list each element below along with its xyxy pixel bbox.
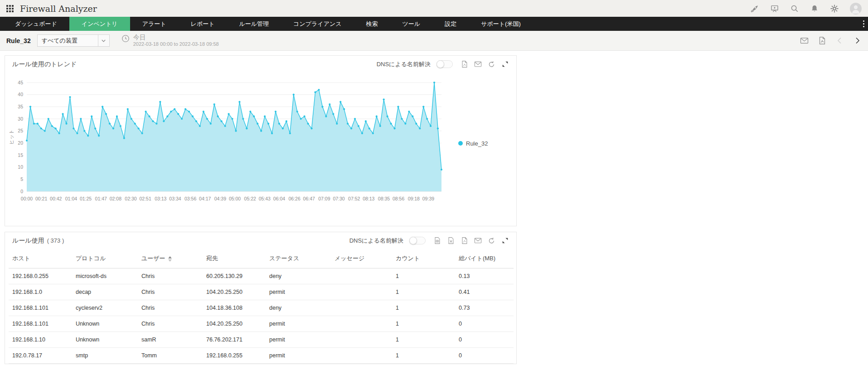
svg-text:45: 45 <box>18 80 23 85</box>
svg-text:04:39: 04:39 <box>214 196 226 201</box>
legend-item-rule32[interactable]: Rule_32 <box>458 140 488 147</box>
table-cell: 192.168.0.255 <box>203 348 266 364</box>
clock-icon <box>121 34 130 43</box>
rule-usage-table: ホストプロトコルユーザー宛先ステータスメッセージカウント総バイト(MB) 192… <box>9 249 514 364</box>
svg-text:08:35: 08:35 <box>378 196 390 201</box>
column-header-総バイト(MB)[interactable]: 総バイト(MB) <box>455 249 514 268</box>
svg-text:02:51: 02:51 <box>140 196 151 201</box>
table-cell <box>331 332 392 348</box>
search-icon[interactable] <box>790 4 799 13</box>
mail-icon[interactable] <box>800 36 809 45</box>
user-avatar[interactable] <box>850 3 862 15</box>
column-header-カウント[interactable]: カウント <box>392 249 455 268</box>
expand-icon[interactable] <box>501 237 509 244</box>
svg-text:03:13: 03:13 <box>155 196 166 201</box>
svg-text:02:08: 02:08 <box>110 196 121 201</box>
table-cell: Unknown <box>72 316 138 332</box>
nav-tab-設定[interactable]: 設定 <box>432 17 469 31</box>
column-header-ホスト[interactable]: ホスト <box>9 249 72 268</box>
kebab-menu-icon[interactable] <box>859 17 868 31</box>
column-header-ステータス[interactable]: ステータス <box>266 249 331 268</box>
table-panel-title: ルール使用 <box>12 237 44 245</box>
pdf-icon[interactable] <box>818 36 826 45</box>
table-cell: 1 <box>392 300 455 316</box>
table-cell <box>331 316 392 332</box>
table-row[interactable]: 192.168.1.101UnknownChris104.20.25.250pe… <box>9 316 514 332</box>
table-row[interactable]: 192.168.0.255microsoft-dsChris60.205.130… <box>9 268 514 284</box>
column-header-プロトコル[interactable]: プロトコル <box>72 249 138 268</box>
dns-resolve-toggle[interactable] <box>436 60 453 68</box>
svg-text:08:13: 08:13 <box>363 196 374 201</box>
table-cell: Chris <box>138 316 203 332</box>
presentation-icon[interactable] <box>770 4 779 13</box>
table-cell <box>331 348 392 364</box>
period-label: 今日 <box>133 34 219 42</box>
excel-icon[interactable] <box>447 237 455 244</box>
nav-tab-ルール管理[interactable]: ルール管理 <box>227 17 281 31</box>
table-cell: 0.41 <box>455 284 514 300</box>
table-cell: Unknown <box>72 332 138 348</box>
svg-text:04:17: 04:17 <box>199 196 211 201</box>
table-cell: cycleserv2 <box>72 300 138 316</box>
table-cell: 104.20.25.250 <box>203 284 266 300</box>
nav-tab-レポート[interactable]: レポート <box>179 17 227 31</box>
table-row[interactable]: 192.0.78.17smtpTomm192.168.0.255permit10 <box>9 348 514 364</box>
app-grid-icon[interactable] <box>6 5 14 12</box>
legend-label: Rule_32 <box>466 140 488 147</box>
svg-text:5: 5 <box>20 176 23 182</box>
nav-tab-インベントリ[interactable]: インベントリ <box>69 17 130 31</box>
mail-icon[interactable] <box>474 237 482 244</box>
column-header-メッセージ[interactable]: メッセージ <box>331 249 392 268</box>
table-cell: 104.20.25.250 <box>203 316 266 332</box>
table-cell: 1 <box>392 316 455 332</box>
svg-text:06:47: 06:47 <box>303 196 315 201</box>
nav-tab-サポート(米国)[interactable]: サポート(米国) <box>469 17 533 31</box>
period-picker[interactable]: 今日 2022-03-18 00:00 to 2022-03-18 09:58 <box>121 34 219 48</box>
gear-icon[interactable] <box>830 4 839 13</box>
table-row[interactable]: 192.168.1.10UnknownsamR76.76.202.171perm… <box>9 332 514 348</box>
mail-icon[interactable] <box>474 60 482 68</box>
sort-arrows-icon <box>168 256 172 262</box>
rocket-icon[interactable] <box>750 4 759 13</box>
chevron-right-icon[interactable] <box>853 36 862 45</box>
nav-tab-アラート[interactable]: アラート <box>130 17 179 31</box>
dns-resolve-toggle[interactable] <box>409 237 426 244</box>
csv-icon[interactable] <box>433 237 441 244</box>
table-row[interactable]: 192.168.1.101cycleserv2Chris104.18.36.10… <box>9 300 514 316</box>
period-range: 2022-03-18 00:00 to 2022-03-18 09:58 <box>133 41 219 48</box>
refresh-icon[interactable] <box>488 60 495 68</box>
svg-text:01:04: 01:04 <box>65 196 77 201</box>
svg-text:07:52: 07:52 <box>348 196 360 201</box>
table-cell: 1 <box>392 348 455 364</box>
nav-tab-ツール[interactable]: ツール <box>390 17 433 31</box>
rule-title: Rule_32 <box>6 37 31 44</box>
svg-text:10: 10 <box>18 164 23 170</box>
nav-tab-ダッシュボード[interactable]: ダッシュボード <box>3 17 69 31</box>
svg-text:02:30: 02:30 <box>125 196 136 201</box>
pdf-icon[interactable] <box>461 237 468 244</box>
refresh-icon[interactable] <box>488 237 495 244</box>
table-cell: 192.168.1.101 <box>9 300 72 316</box>
table-cell: permit <box>266 348 331 364</box>
column-header-ユーザー[interactable]: ユーザー <box>138 249 203 268</box>
table-cell: deny <box>266 300 331 316</box>
table-cell: 0 <box>455 332 514 348</box>
bell-icon[interactable] <box>810 4 819 13</box>
table-row[interactable]: 192.168.1.0decapChris104.20.25.250permit… <box>9 284 514 300</box>
table-cell: 192.0.78.17 <box>9 348 72 364</box>
svg-text:35: 35 <box>18 104 23 109</box>
nav-tab-コンプライアンス[interactable]: コンプライアンス <box>281 17 354 31</box>
table-cell: 192.168.1.101 <box>9 316 72 332</box>
user-silhouette-icon <box>850 3 862 15</box>
chevron-left-icon <box>835 36 844 45</box>
nav-tab-検索[interactable]: 検索 <box>354 17 390 31</box>
svg-text:00:21: 00:21 <box>35 196 47 201</box>
device-filter-select[interactable]: すべての装置 <box>37 34 110 47</box>
expand-icon[interactable] <box>501 60 509 68</box>
table-cell: 1 <box>392 268 455 284</box>
svg-text:40: 40 <box>18 92 23 97</box>
table-cell <box>331 300 392 316</box>
column-header-宛先[interactable]: 宛先 <box>203 249 266 268</box>
dns-resolve-label: DNSによる名前解決 <box>377 60 431 68</box>
pdf-icon[interactable] <box>461 60 468 68</box>
